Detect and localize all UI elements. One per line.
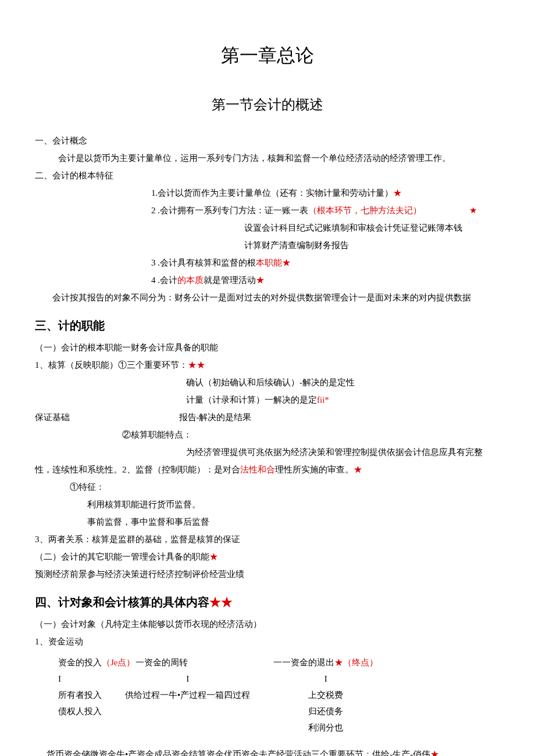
- table-row: I I I: [47, 671, 390, 687]
- chapter-title: 第一章总论: [35, 41, 500, 70]
- accounting-feature-desc-1: 为经济管理提供可兆依据为经济决策和管理控制提供依据会计信息应具有完整: [186, 445, 500, 459]
- feature-char-label: ①特征：: [70, 480, 500, 494]
- star-icon: ★★: [188, 360, 205, 370]
- table-row: 债权人投入 归还债务: [47, 703, 390, 719]
- feature-item-4: 4 .会计的本质就是管理活动★: [151, 273, 500, 287]
- flow-input: 资金的投入（Je点）一资金的周转: [47, 654, 262, 671]
- feature-3-text-a: 3 .会计具有核算和监督的根: [151, 258, 256, 267]
- measure-text-b: fii*: [317, 395, 329, 404]
- star-icon: ★: [354, 465, 362, 474]
- star-icon: ★: [393, 188, 402, 198]
- features-note: 会计按其报告的对象不同分为：财务公计一是面对过去的对外提供数据管理会计一是面对未…: [52, 291, 500, 304]
- functions-sub-2-text: （二）会计的其它职能一管理会计具备的职能: [35, 552, 209, 561]
- feature-2-sub-2: 计算财产清查编制财务报告: [244, 238, 500, 252]
- desc-2d: 理性所实施的审查。: [275, 465, 354, 474]
- star-icon: ★: [430, 750, 439, 756]
- guarantee-basis: 保证基础: [35, 413, 70, 422]
- heading-concept: 一、会计概念: [35, 134, 500, 148]
- feature-4-text-b: 的本质: [177, 275, 204, 285]
- flow-output: 一一资金的退出★（终点）: [262, 654, 390, 671]
- report-line: 保证基础 报告-解决的是结果: [35, 410, 500, 424]
- table-row: 所有者投入 供给过程一牛•产过程一箱四过程 上交税费: [47, 687, 390, 703]
- accounting-feature-desc-2: 性，连续性和系统性。2、监督（控制职能）：是对合法性和合理性所实施的审查。★: [35, 463, 500, 476]
- functions-item-1: 1、核算（反映职能）①三个重要环节：★★: [35, 358, 500, 372]
- desc-2c: 法性和合: [240, 465, 275, 474]
- feature-2-text-a: 2 .会计拥有一系列专门方法：证一账一表: [151, 206, 308, 215]
- flow-bar-2: I: [113, 671, 262, 687]
- flow-input-b: （Je点）: [102, 658, 135, 667]
- flow-bar-3: I: [262, 671, 390, 687]
- table-row: 资金的投入（Je点）一资金的周转 一一资金的退出★（终点）: [47, 654, 390, 671]
- fund-summary: 货币资金储微资金牛•产资金成品资金结算资金优币资金去产经营活动三个重要环节：供给…: [47, 747, 500, 756]
- feature-item-1: 1.会计以货而作为主要计量单位（还有：实物计量和劳动计量）★: [151, 186, 500, 200]
- measure-text-a: 计量（计录和计算）一解决的是定: [186, 395, 317, 404]
- desc-1a: 为经济管理提供可兆依据为经济决策和管理控制提供依据会计信息应具有完整: [186, 447, 483, 457]
- feature-char-2: 事前监督，事中监督和事后监督: [87, 515, 500, 529]
- feature-1-text: 1.会计以货而作为主要计量单位（还有：实物计量和劳动计量）: [151, 188, 393, 198]
- star-icon: ★: [256, 275, 265, 285]
- owner-input: 所有者投入: [47, 687, 113, 703]
- concept-definition: 会计是以货币为主要计量单位，运用一系列专门方法，核舞和监督一个单位经济活动的经济…: [58, 151, 500, 165]
- star-icon: ★: [282, 258, 291, 267]
- feature-2-sub-1: 设置会计科目纪式记账填制和审核会计凭证登记账簿本钱: [244, 221, 500, 235]
- fund-flow-table: 资金的投入（Je点）一资金的周转 一一资金的退出★（终点） I I I 所有者投…: [47, 654, 390, 736]
- feature-item-2: 2 .会计拥有一系列专门方法：证一账一表（根本环节，七肿方法夫记） ★: [151, 203, 500, 217]
- profit-distribution: 利润分也: [262, 719, 390, 736]
- functions-sub-2: （二）会计的其它职能一管理会计具备的职能★: [35, 550, 500, 564]
- feature-4-text-a: 4 .会计: [151, 275, 177, 285]
- functions-item-1-text: 1、核算（反映职能）①三个重要环节：: [35, 360, 188, 370]
- flow-input-c: 一资金的周转: [135, 658, 188, 667]
- pay-tax: 上交税费: [262, 687, 390, 703]
- functions-sub-1: （一）会计的根本职能一财务会计应具备的职能: [35, 341, 500, 354]
- feature-item-3: 3 .会计具有核算和监督的根本职能★: [151, 256, 500, 270]
- heading-object: 四、计对象和会计核算的具体内容★★: [35, 593, 500, 611]
- creditor-input: 债权人投入: [47, 703, 113, 719]
- flow-input-a: 资金的投入: [58, 658, 102, 667]
- heading-functions: 三、计的职能: [35, 316, 500, 335]
- flow-bar-1: I: [47, 671, 113, 687]
- feature-3-text-b: 本职能: [256, 258, 282, 267]
- feature-4-text-c: 就是管理活动: [204, 275, 256, 285]
- functions-item-3: 3、两者关系：核算是监群的基础，监督是核算的保证: [35, 532, 500, 546]
- object-item-1: 1、资金运动: [35, 635, 500, 648]
- other-functions-desc: 预测经济前景参与经济决策进行经济控制评价经营业绩: [35, 567, 500, 581]
- fund-summary-text: 货币资金储微资金牛•产资金成品资金结算资金优币资金去产经营活动三个重要环节：供给…: [47, 750, 430, 756]
- star-icon: ★: [469, 203, 477, 217]
- accounting-feature-label: ②核算职能特点：: [122, 428, 500, 442]
- flow-output-a: 一一资金的退出: [273, 658, 334, 667]
- heading-features: 二、会计的根本特征: [35, 169, 500, 182]
- feature-char-1: 利用核算职能进行货币监督。: [87, 497, 500, 511]
- star-icon: ★★: [209, 596, 233, 608]
- desc-2b: 性，连续性和系统性。2、监督（控制职能）：是对合: [35, 465, 240, 474]
- flow-output-b: ★（终点）: [334, 658, 378, 667]
- confirm-line: 确认（初始确认和后续确认）-解决的是定性: [186, 375, 500, 389]
- feature-2-text-b: （根本环节，七肿方法夫记）: [308, 206, 422, 215]
- repay-debt: 归还债务: [262, 703, 390, 719]
- heading-object-text: 四、计对象和会计核算的具体内容: [35, 596, 209, 608]
- section-title: 第一节会计的概述: [35, 94, 500, 116]
- report-text: 报告-解决的是结果: [179, 413, 252, 422]
- measure-line: 计量（计录和计算）一解决的是定fii*: [186, 393, 500, 407]
- supply-process: 供给过程一牛•产过程一箱四过程: [113, 687, 262, 703]
- object-sub-1: （一）会计对象（凡特定主体能够以货币衣现的经济活动）: [35, 617, 500, 631]
- star-icon: ★: [209, 552, 218, 561]
- table-row: 利润分也: [47, 719, 390, 736]
